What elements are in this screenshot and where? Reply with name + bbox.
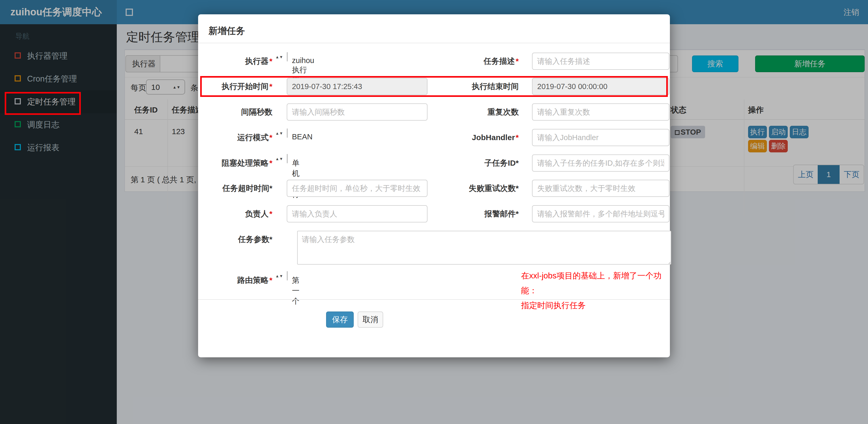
job-param-textarea[interactable] xyxy=(297,231,671,265)
start-time-label: 执行开始时间* xyxy=(209,78,272,95)
divider xyxy=(198,43,670,43)
job-desc-input[interactable] xyxy=(532,53,670,70)
glue-type-select[interactable]: BEAN ▲▼ xyxy=(287,128,288,138)
cancel-button[interactable]: 取消 xyxy=(358,312,383,328)
child-job-label: 子任务ID* xyxy=(433,155,519,172)
select-arrows-icon: ▲▼ xyxy=(275,274,283,278)
add-task-modal: 新增任务 执行器* zuihou执行器 ▲▼ 任务描述* 执行开始时间* 执行结… xyxy=(198,14,670,357)
end-time-label: 执行结束时间 xyxy=(433,78,519,95)
interval-input[interactable] xyxy=(287,103,428,121)
executor-label: 执行器* xyxy=(209,53,272,70)
fail-retry-input[interactable] xyxy=(532,180,670,197)
block-strategy-label: 阻塞处理策略* xyxy=(209,155,272,172)
glue-type-label: 运行模式* xyxy=(209,129,272,146)
executor-select[interactable]: zuihou执行器 ▲▼ xyxy=(287,52,288,62)
author-label: 负责人* xyxy=(209,205,272,222)
job-handler-label: JobHandler* xyxy=(433,129,519,146)
route-label: 路由策略* xyxy=(209,272,272,289)
select-arrows-icon: ▲▼ xyxy=(275,55,283,59)
alarm-email-input[interactable] xyxy=(532,205,670,222)
interval-label: 间隔秒数 xyxy=(209,103,272,121)
block-strategy-select[interactable]: 单机串行 ▲▼ xyxy=(287,154,288,163)
job-desc-label: 任务描述* xyxy=(433,53,519,70)
feature-note-line2: 指定时间执行任务 xyxy=(521,298,670,313)
feature-note: 在xxl-jobs项目的基础上，新增了一个功能： 指定时间执行任务 xyxy=(521,268,670,313)
job-handler-input[interactable] xyxy=(532,129,670,146)
end-time-input[interactable] xyxy=(532,78,670,95)
repeat-count-label: 重复次数 xyxy=(433,103,519,121)
repeat-count-input[interactable] xyxy=(532,103,670,121)
timeout-label: 任务超时时间* xyxy=(209,180,272,197)
author-input[interactable] xyxy=(287,205,428,222)
job-param-label: 任务参数* xyxy=(209,231,272,248)
feature-note-line1: 在xxl-jobs项目的基础上，新增了一个功能： xyxy=(521,268,670,298)
route-select[interactable]: 第一个 ▲▼ xyxy=(287,271,288,281)
modal-title: 新增任务 xyxy=(209,25,245,37)
select-arrows-icon: ▲▼ xyxy=(275,157,283,160)
route-select-value: 第一个 xyxy=(292,275,300,306)
timeout-input[interactable] xyxy=(287,180,428,197)
save-button[interactable]: 保存 xyxy=(326,312,354,328)
alarm-email-label: 报警邮件* xyxy=(433,205,519,222)
child-job-input[interactable] xyxy=(532,155,670,172)
divider xyxy=(198,299,670,300)
start-time-input[interactable] xyxy=(287,78,428,95)
glue-type-select-value: BEAN xyxy=(292,133,313,141)
fail-retry-label: 失败重试次数* xyxy=(433,180,519,197)
select-arrows-icon: ▲▼ xyxy=(275,132,283,135)
screen: zuihou任务调度中心 注销 导航 执行器管理 Cron任务管理 定时任务管理… xyxy=(0,0,868,424)
